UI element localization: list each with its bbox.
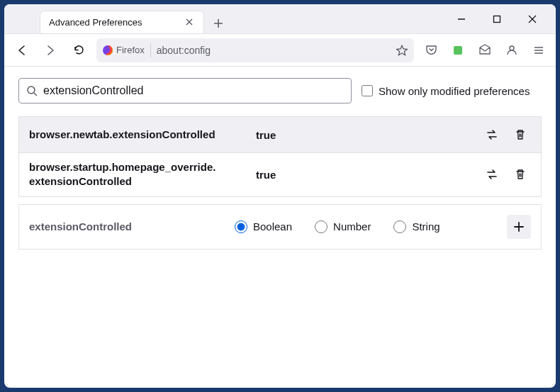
inbox-icon[interactable]: [475, 40, 495, 60]
svg-point-3: [28, 86, 35, 94]
firefox-logo-icon: [102, 45, 113, 56]
show-modified-checkbox-label[interactable]: Show only modified preferences: [362, 85, 530, 97]
new-tab-button[interactable]: [208, 13, 228, 33]
preference-row[interactable]: browser.startup.homepage_override. exten…: [19, 153, 541, 196]
tab-strip: Advanced Preferences: [4, 4, 438, 33]
minimize-button[interactable]: [447, 7, 476, 31]
navigation-toolbar: Firefox about:config: [4, 34, 556, 67]
type-radio-group: Boolean Number String: [235, 220, 507, 233]
show-modified-checkbox[interactable]: [362, 85, 373, 96]
preference-value: true: [256, 169, 481, 181]
window: Advanced Preferences Firefox about: [4, 4, 556, 388]
maximize-button[interactable]: [482, 7, 512, 31]
preference-actions: [481, 124, 531, 145]
checkbox-label-text: Show only modified preferences: [379, 85, 530, 97]
tab-active[interactable]: Advanced Preferences: [40, 11, 204, 33]
forward-button[interactable]: [40, 40, 61, 61]
back-button[interactable]: [11, 40, 33, 61]
menu-button[interactable]: [529, 40, 549, 60]
url-bar[interactable]: Firefox about:config: [96, 38, 414, 62]
window-controls: [438, 7, 556, 31]
identity-box[interactable]: Firefox: [102, 45, 145, 56]
tab-title: Advanced Preferences: [49, 17, 142, 28]
preferences-list: browser.newtab.extensionControlled true …: [18, 116, 542, 197]
search-row: Show only modified preferences: [18, 78, 542, 103]
type-boolean-radio[interactable]: Boolean: [235, 220, 292, 233]
search-input[interactable]: [43, 84, 344, 97]
delete-button[interactable]: [510, 164, 531, 185]
svg-rect-2: [454, 46, 462, 55]
type-string-radio[interactable]: String: [393, 220, 439, 233]
preference-value: true: [256, 129, 481, 141]
svg-rect-0: [494, 16, 500, 22]
extension-icon[interactable]: [448, 40, 468, 60]
url-text: about:config: [157, 45, 390, 56]
preference-row[interactable]: browser.newtab.extensionControlled true: [19, 117, 541, 153]
search-icon: [26, 85, 38, 96]
type-number-radio[interactable]: Number: [315, 220, 371, 233]
close-icon[interactable]: [185, 18, 195, 28]
preference-name: browser.newtab.extensionControlled: [29, 128, 256, 142]
delete-button[interactable]: [510, 124, 531, 145]
preference-actions: [481, 164, 531, 185]
content-area: Show only modified preferences browser.n…: [4, 67, 556, 388]
create-preference-row: extensionControlled Boolean Number Strin…: [18, 204, 542, 250]
add-button[interactable]: [507, 215, 531, 239]
titlebar: Advanced Preferences: [4, 4, 556, 34]
search-box[interactable]: [18, 78, 352, 103]
pocket-icon[interactable]: [421, 40, 441, 60]
preference-name: browser.startup.homepage_override. exten…: [29, 160, 256, 189]
reload-button[interactable]: [68, 40, 89, 61]
identity-label: Firefox: [116, 45, 145, 55]
divider: [150, 43, 151, 57]
close-window-button[interactable]: [517, 7, 547, 31]
toggle-button[interactable]: [481, 124, 503, 145]
create-name: extensionControlled: [29, 220, 235, 233]
toggle-button[interactable]: [481, 164, 503, 185]
account-icon[interactable]: [502, 40, 522, 60]
bookmark-star-icon[interactable]: [396, 44, 408, 57]
